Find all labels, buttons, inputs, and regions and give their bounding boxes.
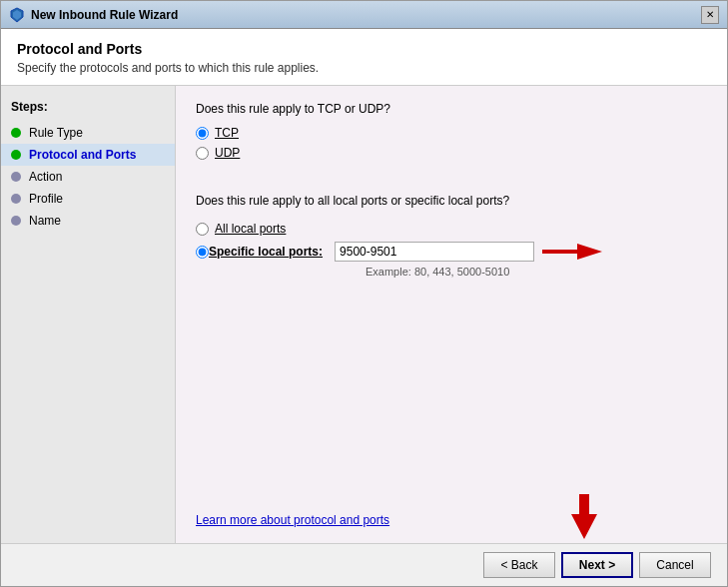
tcp-label-text: TCP [215,126,239,140]
question-2: Does this rule apply to all local ports … [196,194,707,208]
sidebar-item-label-name: Name [29,214,61,228]
specific-ports-label: Specific local ports: [209,245,323,259]
sidebar-item-label-profile: Profile [29,192,63,206]
close-button[interactable]: ✕ [701,6,719,24]
step-dot-rule-type [11,128,21,138]
tcp-radio[interactable] [196,127,209,140]
page-title: Protocol and Ports [17,41,711,57]
specific-ports-label-text: Specific local ports: [209,245,323,259]
tcp-label: TCP [215,126,239,140]
wizard-icon [9,7,25,23]
all-ports-radio-item[interactable]: All local ports [196,222,707,236]
ports-input[interactable] [335,242,534,262]
arrow-right-icon [542,242,602,262]
steps-label: Steps: [1,96,175,122]
question-1: Does this rule apply to TCP or UDP? [196,102,707,116]
title-bar: New Inbound Rule Wizard ✕ [1,1,727,29]
wizard-window: New Inbound Rule Wizard ✕ Protocol and P… [0,0,728,587]
cancel-button[interactable]: Cancel [639,552,711,578]
sidebar-item-protocol-ports[interactable]: Protocol and Ports [1,144,175,166]
tcp-radio-item[interactable]: TCP [196,126,707,140]
step-dot-protocol-ports [11,150,21,160]
specific-ports-row: Specific local ports: [196,242,707,262]
sidebar-item-label-rule-type: Rule Type [29,126,83,140]
page-subtitle: Specify the protocols and ports to which… [17,61,711,75]
sidebar-item-action[interactable]: Action [1,166,175,188]
step-dot-name [11,216,21,226]
content-area: Steps: Rule Type Protocol and Ports Acti… [1,86,727,543]
next-button[interactable]: Next > [561,552,633,578]
all-ports-radio[interactable] [196,223,209,236]
udp-radio-item[interactable]: UDP [196,146,707,160]
sidebar-item-label-protocol-ports: Protocol and Ports [29,148,136,162]
specific-ports-radio[interactable] [196,246,209,259]
step-dot-profile [11,194,21,204]
back-button[interactable]: < Back [483,552,555,578]
sidebar-item-name[interactable]: Name [1,210,175,232]
sidebar-item-label-action: Action [29,170,62,184]
svg-marker-2 [542,244,602,260]
all-ports-label-text: All local ports [215,222,286,236]
learn-more-link[interactable]: Learn more about protocol and ports [196,513,707,527]
title-bar-text: New Inbound Rule Wizard [31,8,701,22]
footer: < Back Next > Cancel [1,543,727,586]
example-text: Example: 80, 443, 5000-5010 [365,266,707,278]
sidebar: Steps: Rule Type Protocol and Ports Acti… [1,86,176,543]
udp-radio[interactable] [196,147,209,160]
header-section: Protocol and Ports Specify the protocols… [1,29,727,86]
sidebar-item-rule-type[interactable]: Rule Type [1,122,175,144]
udp-label: UDP [215,146,240,160]
sidebar-item-profile[interactable]: Profile [1,188,175,210]
port-section: All local ports Specific local ports: Ex… [196,222,707,278]
main-content: Does this rule apply to TCP or UDP? TCP … [176,86,727,543]
step-dot-action [11,172,21,182]
udp-label-text: UDP [215,146,240,160]
protocol-radio-group: TCP UDP [196,126,707,166]
all-ports-label: All local ports [215,222,286,236]
